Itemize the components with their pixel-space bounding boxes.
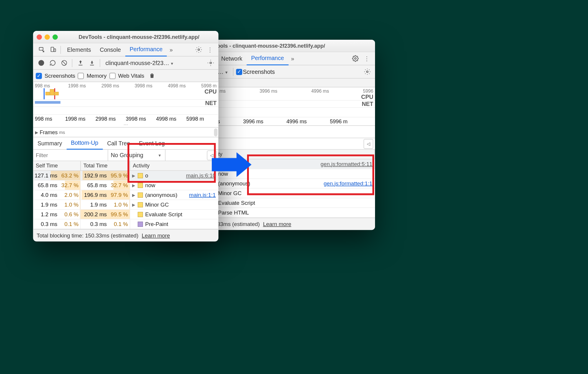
filter-input[interactable] [33,150,108,161]
table-row[interactable]: 1.2 ms0.6 %200.2 ms99.5 %▶Evaluate Scrip… [33,210,219,220]
activity-header: Activity [203,150,375,159]
svg-point-5 [198,49,199,51]
close-icon[interactable] [37,34,42,39]
activity-name: (anonymous) [145,192,177,198]
inspect-icon[interactable] [36,46,47,53]
self-pct: 0.1 % [59,221,79,227]
activity-name: Parse HTML [218,210,249,216]
self-pct: 63.2 % [59,172,79,179]
tab-network[interactable]: Network [217,52,247,65]
minimize-icon[interactable] [45,34,50,39]
cpu-band: CPU [33,88,219,100]
table-row[interactable]: 65.8 ms32.7 %65.8 ms32.7 %▶now [33,181,219,190]
frames-label: Frames [40,129,58,135]
tab-performance[interactable]: Performance [247,52,289,66]
self-pct: 32.7 % [59,182,79,188]
svg-point-7 [210,62,211,64]
filter-bar: No Grouping ◁ [33,150,219,161]
tab-console[interactable]: Console [95,43,125,56]
toggle-sidebar-icon[interactable]: ◁ [364,139,373,149]
maximize-icon[interactable] [53,34,58,39]
titlebar[interactable]: DevTools - clinquant-mousse-2f2396.netli… [33,31,219,43]
self-ms: 0.3 ms [33,221,58,227]
category-icon [138,182,143,188]
kebab-menu-icon[interactable]: ⋮ [361,55,372,62]
download-icon[interactable] [86,58,97,68]
reload-icon[interactable] [47,58,58,68]
category-icon [138,221,143,227]
tab-bottom-up[interactable]: Bottom-Up [66,137,103,150]
url-selector[interactable]: clinquant-mousse-2f23… [103,60,176,67]
memory-label: Memory [87,73,107,79]
table-row[interactable]: 4.0 ms2.0 %196.9 ms97.9 %▶(anonymous)mai… [33,190,219,200]
learn-more-link[interactable]: Learn more [142,232,170,239]
details-tabs: Summary Bottom-Up Call Tree Event Log [33,137,219,150]
table-row[interactable]: 0.3 ms0.1 %0.3 ms0.1 %▶Pre-Paint [33,220,219,229]
total-ms: 196.9 ms [81,192,107,198]
more-tabs-icon[interactable]: » [167,46,175,53]
total-ms: 0.3 ms [81,221,107,227]
clear-icon[interactable] [59,58,69,68]
source-link[interactable]: gen.js:formatted:1:1 [324,180,375,187]
col-self-time[interactable]: Self Time [33,161,81,171]
activity-row[interactable]: ▶(anonymous)gen.js:formatted:1:1 [203,179,375,189]
learn-more-link[interactable]: Learn more [263,221,291,227]
activity-name: Minor GC [145,202,169,208]
record-button[interactable] [36,58,46,68]
table-row[interactable]: 1.9 ms1.0 %1.9 ms1.0 %▶Minor GC [33,200,219,210]
total-ms: 192.9 ms [81,172,107,179]
activity-name: now [218,171,228,177]
activity-row[interactable]: ▶Evaluate Script [203,198,375,208]
more-tabs-icon[interactable]: » [288,55,297,62]
activity-name: Evaluate Script [145,211,182,217]
annotation-arrow-icon [212,158,236,171]
tab-performance[interactable]: Performance [125,43,167,57]
gear-icon[interactable] [362,67,372,77]
self-ms: 1.2 ms [33,211,58,217]
total-pct: 0.1 % [109,221,128,227]
table-row[interactable]: 127.1 ms63.2 %192.9 ms95.9 %▶omain.js:6:… [33,171,219,181]
gear-icon[interactable] [349,55,361,62]
trash-icon[interactable] [147,70,157,81]
self-pct: 1.0 % [59,202,79,208]
source-link[interactable]: gen.js:formatted:5:11 [321,161,375,167]
activity-name: o [145,172,148,179]
frames-row[interactable]: Frames ms [33,128,219,137]
grouping-dropdown[interactable]: No Grouping [108,150,166,161]
upload-icon[interactable] [75,58,86,68]
screenshots-checkbox[interactable] [36,73,42,79]
tab-call-tree[interactable]: Call Tree [103,137,134,149]
device-toggle-icon[interactable] [47,46,59,53]
screenshots-checkbox[interactable] [236,69,242,75]
scrollbar-thumb[interactable] [214,129,218,137]
category-icon [138,173,143,178]
source-link[interactable]: main.js:6:10 [186,172,218,179]
kebab-menu-icon[interactable]: ⋮ [204,46,216,53]
svg-point-1 [366,71,368,73]
tab-elements[interactable]: Elements [63,43,95,56]
col-activity[interactable]: Activity [130,161,219,171]
memory-checkbox[interactable] [78,73,84,79]
window-title: DevTools - clinquant-mousse-2f2396.netli… [63,34,215,40]
webvitals-checkbox[interactable] [109,73,115,79]
col-total-time[interactable]: Total Time [81,161,130,171]
activity-name: Pre-Paint [145,221,168,227]
self-pct: 2.0 % [59,192,79,198]
activity-row[interactable]: ▶Parse HTML [203,208,375,218]
tab-summary[interactable]: Summary [33,137,66,149]
self-ms: 127.1 ms [33,172,58,179]
blocking-time-text: Total blocking time: 150.33ms (estimated… [37,232,139,239]
tab-event-log[interactable]: Event Log [134,137,169,149]
self-pct: 0.6 % [59,211,79,217]
panel-tabs: Elements Console Performance » ⋮ [33,43,219,56]
overview-timeline[interactable]: 998 ms1998 ms2998 ms3998 ms4998 ms5998 m… [33,82,219,128]
gear-icon[interactable] [193,46,204,53]
window-controls[interactable] [37,34,58,39]
total-pct: 32.7 % [109,182,128,188]
activity-row[interactable]: ▶Minor GC [203,189,375,198]
category-icon [138,202,143,207]
source-link[interactable]: main.js:1:1 [189,192,219,198]
total-ms: 65.8 ms [81,182,107,188]
gear-icon[interactable] [205,58,216,68]
timeline-ruler-top: 998 ms1998 ms2998 ms3998 ms4998 ms5998 m [33,82,219,88]
